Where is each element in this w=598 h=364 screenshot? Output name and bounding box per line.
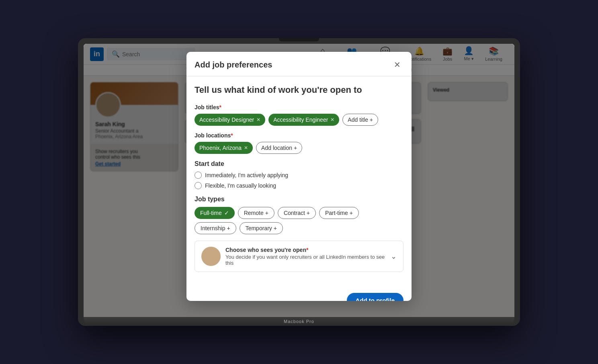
remove-accessibility-designer-icon[interactable]: ✕ bbox=[256, 117, 260, 123]
tag-label: Accessibility Engineer bbox=[273, 117, 328, 123]
who-sees-section[interactable]: Choose who sees you're open* You decide … bbox=[195, 241, 403, 272]
who-sees-avatar bbox=[201, 247, 221, 266]
remove-accessibility-engineer-icon[interactable]: ✕ bbox=[330, 117, 334, 123]
job-type-part-time[interactable]: Part-time + bbox=[319, 207, 359, 219]
who-sees-title: Choose who sees you're open* bbox=[225, 247, 386, 253]
job-titles-tags: Accessibility Designer ✕ Accessibility E… bbox=[195, 114, 403, 126]
add-job-preferences-modal: Add job preferences ✕ Tell us what kind … bbox=[186, 52, 412, 301]
modal-title: Add job preferences bbox=[195, 60, 272, 70]
flexible-option[interactable]: Flexible, I'm casually looking bbox=[195, 182, 403, 189]
immediately-label: Immediately, I'm actively applying bbox=[205, 172, 288, 178]
laptop-base: Macbook Pro bbox=[84, 317, 514, 326]
immediately-option[interactable]: Immediately, I'm actively applying bbox=[195, 172, 403, 179]
add-remote-icon: + bbox=[265, 210, 268, 216]
start-date-section: Start date Immediately, I'm actively app… bbox=[195, 160, 403, 189]
modal-footer: Add to profile bbox=[186, 288, 412, 301]
tag-label: Phoenix, Arizona bbox=[199, 145, 242, 151]
remote-label: Remote bbox=[244, 210, 264, 216]
flexible-radio[interactable] bbox=[195, 182, 202, 189]
flexible-label: Flexible, I'm casually looking bbox=[205, 182, 276, 189]
modal-body: Tell us what kind of work you're open to… bbox=[186, 76, 412, 288]
full-time-check-icon: ✓ bbox=[224, 210, 229, 216]
job-titles-section: Job titles* Accessibility Designer ✕ Acc… bbox=[195, 104, 403, 126]
add-temporary-icon: + bbox=[274, 225, 277, 231]
job-type-remote[interactable]: Remote + bbox=[238, 207, 274, 219]
contract-label: Contract bbox=[284, 210, 305, 216]
job-locations-tags: Phoenix, Arizona ✕ Add location + bbox=[195, 142, 403, 154]
internship-label: Internship bbox=[201, 225, 225, 231]
job-types-title: Job types bbox=[195, 196, 403, 203]
modal-headline: Tell us what kind of work you're open to bbox=[195, 84, 403, 96]
job-location-tag-phoenix[interactable]: Phoenix, Arizona ✕ bbox=[195, 142, 253, 154]
remove-phoenix-icon[interactable]: ✕ bbox=[244, 145, 248, 151]
tag-label: Accessibility Designer bbox=[199, 117, 254, 123]
add-part-time-icon: + bbox=[350, 210, 353, 216]
job-title-tag-accessibility-engineer[interactable]: Accessibility Engineer ✕ bbox=[268, 114, 339, 126]
add-internship-icon: + bbox=[227, 225, 230, 231]
who-sees-description: You decide if you want only recruiters o… bbox=[225, 254, 386, 266]
modal-header: Add job preferences ✕ bbox=[186, 52, 412, 76]
job-type-temporary[interactable]: Temporary + bbox=[240, 222, 283, 234]
part-time-label: Part-time bbox=[325, 210, 348, 216]
close-button[interactable]: ✕ bbox=[391, 58, 403, 71]
immediately-radio[interactable] bbox=[195, 172, 202, 179]
job-type-full-time[interactable]: Full-time ✓ bbox=[195, 207, 235, 219]
add-location-button[interactable]: Add location + bbox=[256, 142, 302, 154]
temporary-label: Temporary bbox=[246, 225, 272, 231]
add-title-label: Add title + bbox=[348, 117, 373, 123]
add-to-profile-button[interactable]: Add to profile bbox=[347, 293, 404, 301]
job-locations-label: Job locations* bbox=[195, 132, 403, 139]
job-type-contract[interactable]: Contract + bbox=[278, 207, 316, 219]
job-type-tags: Full-time ✓ Remote + Contract + bbox=[195, 207, 403, 234]
job-titles-label: Job titles* bbox=[195, 104, 403, 110]
full-time-label: Full-time bbox=[200, 210, 222, 216]
start-date-title: Start date bbox=[195, 160, 403, 168]
add-contract-icon: + bbox=[307, 210, 310, 216]
who-sees-text: Choose who sees you're open* You decide … bbox=[225, 247, 386, 266]
add-location-label: Add location + bbox=[261, 145, 297, 151]
job-locations-section: Job locations* Phoenix, Arizona ✕ Add lo… bbox=[195, 132, 403, 154]
modal-overlay: Add job preferences ✕ Tell us what kind … bbox=[84, 44, 514, 317]
macbook-label: Macbook Pro bbox=[284, 317, 314, 325]
job-types-section: Job types Full-time ✓ Remote + bbox=[195, 196, 403, 234]
job-type-internship[interactable]: Internship + bbox=[195, 222, 236, 234]
close-icon: ✕ bbox=[394, 60, 401, 70]
add-title-button[interactable]: Add title + bbox=[342, 114, 378, 126]
job-title-tag-accessibility-designer[interactable]: Accessibility Designer ✕ bbox=[195, 114, 265, 126]
chevron-down-icon: ⌄ bbox=[391, 252, 397, 261]
